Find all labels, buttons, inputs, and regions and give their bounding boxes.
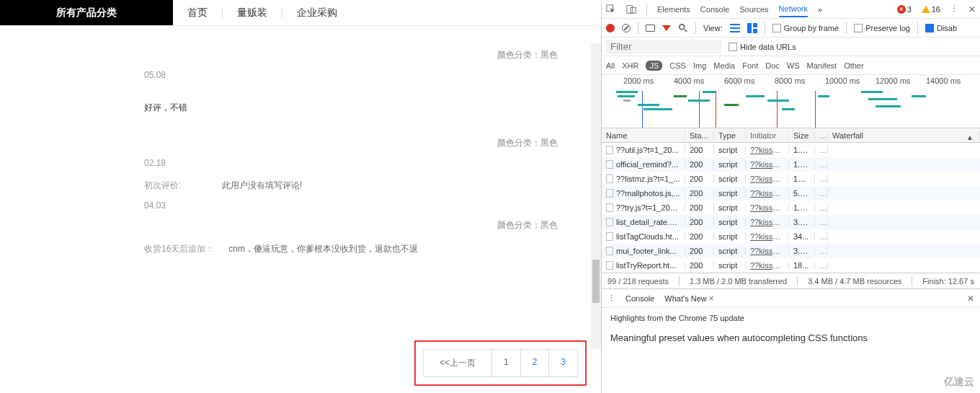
devtools-close-icon[interactable]: ✕ [968, 4, 976, 14]
search-icon[interactable] [678, 23, 688, 33]
dom-content-line [642, 91, 643, 128]
inspect-icon[interactable] [606, 4, 616, 14]
col-type[interactable]: Type [714, 131, 746, 140]
color-filter-value: 黑色 [540, 138, 558, 148]
col-status[interactable]: Sta... [685, 131, 714, 140]
cell-size: 10.... [789, 175, 815, 183]
load-line [716, 91, 716, 128]
group-by-frame-checkbox[interactable]: Group by frame [772, 24, 839, 32]
filter-icon[interactable] [662, 25, 671, 31]
type-tab-manifest[interactable]: Manifest [807, 61, 837, 70]
cell-more: ... [815, 232, 828, 241]
type-tab-all[interactable]: All [606, 61, 615, 70]
summary-requests: 99 / 218 requests [607, 277, 669, 286]
col-more[interactable]: ... [815, 131, 828, 140]
filter-input[interactable] [606, 40, 721, 54]
table-row[interactable]: official_remind?...200script??kissy/...1… [602, 157, 980, 172]
nav-link-enterprise[interactable]: 企业采购 [282, 0, 352, 25]
table-row[interactable]: ??try.js?t=1_201...200script??kissy/...1… [602, 200, 980, 215]
record-icon[interactable] [606, 24, 615, 32]
nav-category[interactable]: 所有产品分类 [0, 0, 173, 25]
top-nav: 所有产品分类 首页 量贩装 企业采购 [0, 0, 601, 26]
file-icon [606, 218, 613, 226]
col-name[interactable]: Name [602, 131, 685, 140]
error-count[interactable]: ✕3 [897, 5, 912, 14]
type-tab-js[interactable]: JS [646, 61, 662, 71]
checkbox-icon [772, 24, 781, 32]
hide-data-urls-label: Hide data URLs [740, 43, 796, 51]
table-row[interactable]: listTryReport.ht...200script??kissy/...1… [602, 258, 980, 273]
pager-page-3[interactable]: 3 [548, 350, 577, 376]
cell-more: ... [815, 160, 828, 169]
type-tab-other[interactable]: Other [844, 61, 864, 70]
device-toggle-icon[interactable] [626, 4, 636, 14]
nav-link-bulk[interactable]: 量贩装 [223, 0, 282, 25]
pager-page-2[interactable]: 2 [520, 350, 549, 376]
type-tab-font[interactable]: Font [742, 61, 758, 70]
drawer-kebab-icon[interactable]: ⋮ [607, 293, 615, 303]
more-tabs-icon[interactable]: » [818, 5, 822, 14]
cell-initiator[interactable]: ??kissy/... [746, 261, 789, 270]
tab-network[interactable]: Network [779, 4, 808, 17]
scrollbar-thumb[interactable] [592, 260, 600, 303]
hide-data-urls-checkbox[interactable]: Hide data URLs [729, 43, 796, 51]
type-tab-ws[interactable]: WS [787, 61, 800, 70]
kebab-menu-icon[interactable]: ⋮ [950, 4, 958, 14]
svg-rect-9 [753, 23, 757, 27]
table-row[interactable]: list_detail_rate.h...200script??kissy/..… [602, 215, 980, 229]
pager-prev[interactable]: <<上一页 [424, 350, 491, 376]
drawer-close-icon[interactable]: ✕ [967, 293, 974, 304]
type-tab-media[interactable]: Media [713, 61, 735, 70]
followup-review-text: cnm，傻逼玩意，你爹根本没收到货，退款也不退 [228, 243, 418, 255]
clear-icon[interactable] [622, 24, 631, 32]
cell-size: 1.6... [789, 160, 815, 169]
drawer-tab-whatsnew[interactable]: What's New × [664, 293, 713, 304]
disable-cache-checkbox[interactable]: Disab [925, 24, 957, 32]
cell-initiator[interactable]: ??kissy/... [746, 232, 789, 241]
col-waterfall[interactable]: Waterfall▲ [828, 131, 980, 140]
summary-finish: Finish: 12.67 s [922, 277, 974, 286]
network-toolbar: View: Group by frame Preserve log Disab [602, 19, 980, 37]
tab-close-icon[interactable]: × [709, 293, 714, 304]
cell-initiator[interactable]: ??kissy/... [746, 189, 789, 198]
col-size[interactable]: Size [789, 131, 815, 140]
type-tab-img[interactable]: Img [693, 61, 706, 70]
cell-more: ... [815, 189, 828, 198]
cell-initiator[interactable]: ??kissy/... [746, 203, 789, 212]
network-timeline[interactable]: 2000 ms 4000 ms 6000 ms 8000 ms 10000 ms… [602, 75, 980, 128]
screenshot-icon[interactable] [646, 25, 655, 32]
cell-more: ... [815, 203, 828, 212]
pager: <<上一页 1 2 3 [423, 349, 578, 377]
type-tab-xhr[interactable]: XHR [622, 61, 638, 70]
table-row[interactable]: listTagClouds.ht...200script??kissy/...3… [602, 229, 980, 244]
tab-elements[interactable]: Elements [657, 5, 690, 14]
network-table: Name Sta... Type Initiator Size ... Wate… [602, 128, 980, 273]
view-frame-icon[interactable] [747, 23, 757, 33]
nav-link-home[interactable]: 首页 [173, 0, 222, 25]
cell-initiator[interactable]: ??kissy/... [746, 247, 789, 255]
cell-size: 3.3... [789, 218, 815, 226]
table-row[interactable]: mui_footer_link...200script??kissy/...3.… [602, 244, 980, 258]
type-tab-css[interactable]: CSS [669, 61, 686, 70]
view-list-icon[interactable] [730, 23, 740, 33]
cell-initiator[interactable]: ??kissy/... [746, 175, 789, 183]
cell-initiator[interactable]: ??kissy/... [746, 160, 789, 169]
cell-name: mui_footer_link... [602, 247, 685, 255]
tab-sources[interactable]: Sources [739, 5, 768, 14]
table-row[interactable]: ??util.js?t=1_20...200script??kissy/...1… [602, 143, 980, 157]
table-row[interactable]: ??mallphotos.js,...200script??kissy/...5… [602, 186, 980, 200]
table-row[interactable]: ??listmz.js?t=1_...200script??kissy/...1… [602, 172, 980, 186]
col-initiator[interactable]: Initiator [746, 131, 789, 140]
tab-console[interactable]: Console [700, 5, 729, 14]
file-icon [606, 261, 613, 270]
preserve-log-checkbox[interactable]: Preserve log [854, 24, 910, 32]
pager-page-1[interactable]: 1 [491, 350, 520, 376]
type-tab-doc[interactable]: Doc [765, 61, 780, 70]
cell-initiator[interactable]: ??kissy/... [746, 146, 789, 154]
cell-status: 200 [685, 247, 714, 255]
drawer-tab-console[interactable]: Console [625, 294, 654, 303]
cell-status: 200 [685, 203, 714, 212]
warning-count[interactable]: 16 [922, 5, 940, 14]
page-scrollbar[interactable] [591, 43, 601, 350]
cell-initiator[interactable]: ??kissy/... [746, 218, 789, 226]
